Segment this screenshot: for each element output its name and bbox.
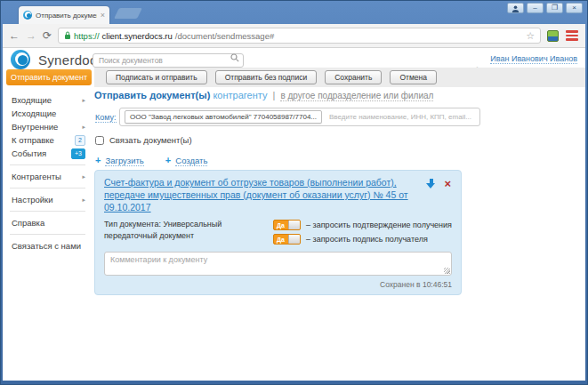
- cancel-button[interactable]: Отмена: [390, 70, 437, 84]
- url-host: client.synerdocs.ru: [102, 31, 173, 41]
- sidebar-item-inbox[interactable]: Входящие▸: [3, 93, 93, 107]
- request-signature-toggle[interactable]: Да: [273, 234, 301, 245]
- recipient-field[interactable]: ООО "Завод легковых автомобилей" 7704058…: [119, 108, 480, 126]
- sidebar-item-outbox[interactable]: Исходящие: [3, 107, 93, 120]
- document-type-row: Тип документа: Универсальный передаточны…: [104, 219, 452, 245]
- action-bar: Подписать и отправить Отправить без подп…: [94, 68, 585, 87]
- page-title-text: Отправить документ(ы): [94, 90, 210, 100]
- link-documents-row: Связать документ(ы): [95, 135, 192, 145]
- chevron-right-icon: ▸: [82, 97, 85, 104]
- browser-toolbar: ← → ⟳ https://client.synerdocs.ru/docume…: [3, 24, 585, 48]
- browser-chrome: ← → ⟳ https://client.synerdocs.ru/docume…: [3, 24, 585, 381]
- comment-textarea[interactable]: [104, 252, 452, 276]
- sidebar-item-label: Справка: [12, 218, 44, 228]
- events-count-badge: +3: [71, 148, 85, 159]
- extension-icon[interactable]: [547, 30, 559, 42]
- create-link[interactable]: +Создать: [165, 155, 208, 165]
- maximize-button[interactable]: ❐: [546, 3, 563, 13]
- plus-icon: +: [165, 155, 171, 165]
- tab-title: Отправить документ(ы): [36, 12, 97, 20]
- back-icon[interactable]: ←: [9, 30, 20, 41]
- remove-document-icon[interactable]: ×: [444, 179, 451, 189]
- search-input[interactable]: [93, 53, 244, 68]
- profile-icon[interactable]: [507, 3, 524, 13]
- comment-area-wrap: [104, 252, 452, 276]
- brand: Synerdocs: [11, 50, 104, 69]
- document-title-link[interactable]: Счет-фактура и документ об отгрузке това…: [104, 176, 424, 213]
- sidebar-item-settings[interactable]: Настройки▸: [3, 193, 93, 206]
- synerdocs-logo-icon: [11, 50, 30, 69]
- resize-grip[interactable]: [444, 268, 450, 274]
- user-name-link[interactable]: Иван Иванович Иванов: [490, 54, 577, 64]
- favicon-icon: [23, 11, 32, 20]
- close-button[interactable]: ×: [566, 3, 583, 13]
- reload-icon[interactable]: ⟳: [43, 30, 52, 41]
- mode-counterparty[interactable]: контрагенту: [213, 90, 267, 100]
- forward-icon[interactable]: →: [26, 30, 36, 41]
- minimize-button[interactable]: –: [527, 3, 544, 13]
- sidebar-item-label: Внутренние: [12, 122, 58, 132]
- sidebar-item-help[interactable]: Справка: [3, 216, 93, 229]
- sidebar-item-label: События: [12, 148, 46, 158]
- divider: [10, 234, 85, 235]
- search-icon: [230, 53, 239, 62]
- sidebar-item-label: Входящие: [12, 95, 52, 105]
- sign-and-send-button[interactable]: Подписать и отправить: [106, 70, 207, 84]
- link-documents-checkbox[interactable]: [95, 136, 104, 145]
- request-signature-row: Да – запросить подпись получателя: [273, 234, 452, 245]
- divider: [10, 188, 85, 188]
- recipient-chip[interactable]: ООО "Завод легковых автомобилей" 7704058…: [125, 110, 322, 124]
- divider: [10, 211, 85, 212]
- mode-separator: |: [273, 90, 276, 100]
- sidebar-item-label: К отправке: [12, 135, 54, 145]
- to-send-count-badge: 2: [75, 135, 85, 146]
- sidebar-item-label: Контрагенты: [12, 172, 61, 181]
- chevron-right-icon: ▸: [82, 173, 85, 180]
- sidebar-item-internal[interactable]: Внутренние▸: [3, 120, 93, 133]
- recipient-label[interactable]: Кому:: [95, 113, 117, 123]
- request-receipt-row: Да – запросить подтверждение получения: [273, 220, 452, 230]
- recipient-placeholder: Введите наименование, ИНН, КПП, email...: [329, 113, 471, 121]
- bookmark-star-icon[interactable]: ☆: [526, 31, 535, 41]
- tab-strip: Отправить документ(ы) × – ❐ ×: [1, 1, 587, 24]
- chrome-menu-icon[interactable]: [565, 29, 579, 42]
- toggle-knob[interactable]: [288, 235, 300, 244]
- download-icon[interactable]: [426, 179, 436, 189]
- link-documents-label: Связать документ(ы): [109, 135, 192, 145]
- sidebar-item-label: Настройки: [12, 195, 53, 205]
- upload-link[interactable]: +Загрузить: [95, 155, 144, 165]
- browser-tab[interactable]: Отправить документ(ы) ×: [19, 6, 109, 24]
- address-bar[interactable]: https://client.synerdocs.ru/document/sen…: [58, 28, 541, 44]
- tab-close-icon[interactable]: ×: [101, 12, 105, 20]
- new-tab-button[interactable]: [114, 8, 142, 19]
- url-scheme: https://: [74, 31, 100, 41]
- document-card: Счет-фактура и документ об отгрузке това…: [94, 170, 462, 295]
- sidebar-item-label: Связаться с нами: [12, 241, 81, 251]
- divider: [10, 164, 85, 165]
- toggle-value: Да: [277, 221, 285, 229]
- mode-other-division-link[interactable]: в другое подразделение или филиал: [280, 91, 433, 101]
- document-type-label: Тип документа: Универсальный передаточны…: [104, 219, 273, 245]
- sidebar-item-events[interactable]: События+3: [3, 147, 93, 160]
- sidebar-item-contact-us[interactable]: Связаться с нами: [3, 239, 93, 253]
- request-receipt-toggle[interactable]: Да: [273, 220, 301, 230]
- toggle-value: Да: [277, 236, 285, 244]
- page-content: Synerdocs Иван Иванович Иванов ООО "Дубр…: [3, 48, 585, 381]
- chevron-right-icon: ▸: [82, 124, 85, 131]
- send-document-button[interactable]: Отправить документ: [6, 69, 92, 85]
- sidebar-item-to-send[interactable]: К отправке2: [3, 133, 93, 147]
- page-title: Отправить документ(ы) контрагенту | в др…: [94, 90, 433, 100]
- toggle-knob[interactable]: [288, 221, 300, 229]
- save-button[interactable]: Сохранить: [325, 70, 382, 84]
- request-signature-label: – запросить подпись получателя: [306, 235, 428, 244]
- plus-icon: +: [95, 155, 101, 165]
- sidebar-item-counterparties[interactable]: Контрагенты▸: [3, 170, 93, 183]
- create-link-label: Создать: [175, 156, 207, 166]
- sidebar-item-label: Исходящие: [12, 108, 56, 118]
- send-without-signature-button[interactable]: Отправить без подписи: [215, 70, 318, 84]
- saved-status: Сохранен в 10:46:51: [104, 280, 452, 289]
- search-box: [93, 51, 244, 65]
- url-path: /document/sendmessage#: [175, 31, 274, 41]
- browser-window: Отправить документ(ы) × – ❐ × ← → ⟳ http…: [0, 0, 588, 385]
- chevron-right-icon: ▸: [82, 197, 85, 204]
